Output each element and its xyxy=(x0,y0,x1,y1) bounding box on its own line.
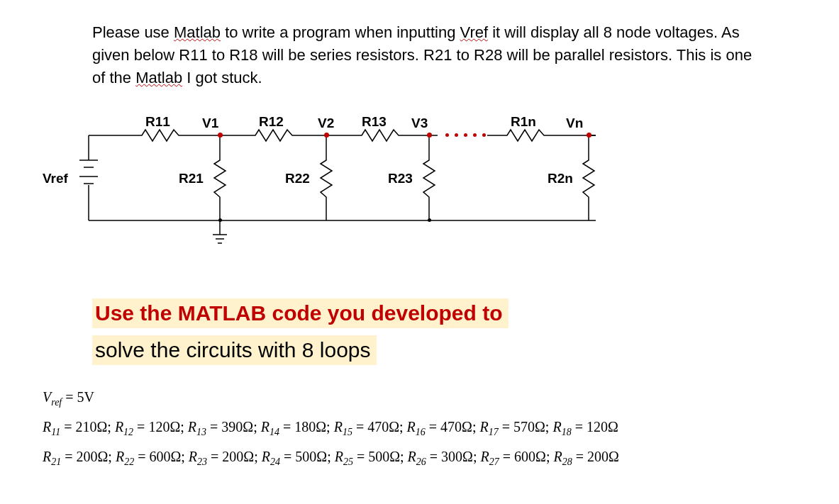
intro-text: I got stuck. xyxy=(182,69,262,86)
param-sym: R xyxy=(261,419,270,435)
param-sym: R xyxy=(188,419,196,435)
param-val: = 390Ω; xyxy=(206,419,261,435)
junction-dot-1 xyxy=(218,218,222,222)
param-sub: 27 xyxy=(489,457,499,467)
param-sym: R xyxy=(407,419,416,435)
vref-val: = 5V xyxy=(62,389,94,405)
label-r21: R21 xyxy=(179,171,204,186)
param-sub: 13 xyxy=(196,427,206,437)
param-sym: R xyxy=(334,419,343,435)
param-sub: 15 xyxy=(343,427,352,437)
param-val: = 470Ω; xyxy=(352,419,407,435)
param-val: = 300Ω; xyxy=(426,449,481,464)
param-val: = 500Ω; xyxy=(353,449,408,464)
node-dot-v1 xyxy=(218,133,223,138)
param-sym: R xyxy=(480,419,489,435)
node-dot-v2 xyxy=(324,133,329,138)
param-vref: Vref = 5V xyxy=(43,383,804,413)
label-r1n: R1n xyxy=(511,114,536,130)
circuit-diagram: Vref xyxy=(43,114,631,270)
task-line-2: solve the circuits with 8 loops xyxy=(92,335,377,365)
task-line-1: Use the MATLAB code you developed to xyxy=(92,298,509,328)
param-sub: 16 xyxy=(416,427,426,437)
param-sym: R xyxy=(552,419,561,435)
param-sub: 18 xyxy=(562,427,572,437)
junction-dot-3 xyxy=(428,218,431,222)
param-val: = 600Ω; xyxy=(134,449,189,464)
param-sym: R xyxy=(408,449,416,464)
param-sub: 24 xyxy=(270,457,280,467)
label-v3: V3 xyxy=(411,116,428,131)
node-dot-v3 xyxy=(427,133,432,138)
label-r22: R22 xyxy=(285,171,310,186)
vref-sub: ref xyxy=(51,397,62,408)
param-sym: R xyxy=(43,449,51,464)
param-sym: R xyxy=(43,419,51,435)
param-sub: 21 xyxy=(51,457,61,467)
param-sub: 12 xyxy=(123,427,133,437)
param-val: = 200Ω xyxy=(572,449,619,464)
param-sub: 25 xyxy=(343,457,353,467)
label-v2: V2 xyxy=(318,116,334,131)
parameters-block: Vref = 5V R11 = 210Ω; R12 = 120Ω; R13 = … xyxy=(43,383,804,472)
ellipsis-dot xyxy=(473,133,477,137)
wavy-matlab-2: Matlab xyxy=(135,69,182,86)
wavy-matlab-1: Matlab xyxy=(174,23,221,41)
label-r13: R13 xyxy=(362,114,387,130)
param-r1-line: R11 = 210Ω; R12 = 120Ω; R13 = 390Ω; R14 … xyxy=(43,413,804,442)
vref-sym: V xyxy=(43,389,51,405)
param-val: = 210Ω; xyxy=(60,419,115,435)
node-dot-vn xyxy=(587,133,591,138)
param-val: = 600Ω; xyxy=(499,449,554,464)
label-vn: Vn xyxy=(566,116,583,131)
circuit-svg xyxy=(43,114,631,270)
intro-paragraph: Please use Matlab to write a program whe… xyxy=(92,21,754,89)
label-v1: V1 xyxy=(202,116,218,131)
task-block: Use the MATLAB code you developed to sol… xyxy=(92,298,804,365)
label-r12: R12 xyxy=(259,114,284,130)
intro-text: to write a program when inputting xyxy=(221,23,460,41)
param-sub: 26 xyxy=(416,457,426,467)
label-r23: R23 xyxy=(388,171,413,186)
wavy-vref: Vref xyxy=(460,23,489,41)
param-sym: R xyxy=(189,449,197,464)
param-val: = 470Ω; xyxy=(426,419,480,435)
ellipsis-dot xyxy=(464,133,467,137)
ellipsis-dot xyxy=(455,133,458,137)
param-sym: R xyxy=(481,449,489,464)
param-val: = 120Ω; xyxy=(133,419,188,435)
param-sub: 14 xyxy=(270,427,279,437)
param-sym: R xyxy=(553,449,562,464)
param-sub: 11 xyxy=(51,427,60,437)
label-r11: R11 xyxy=(145,114,170,130)
param-val: = 200Ω; xyxy=(207,449,262,464)
intro-text: Please use xyxy=(92,23,174,41)
param-val: = 500Ω; xyxy=(280,449,335,464)
param-sym: R xyxy=(262,449,270,464)
param-sub: 28 xyxy=(562,457,572,467)
label-r2n: R2n xyxy=(548,171,573,186)
param-sub: 22 xyxy=(124,457,134,467)
ellipsis-dot xyxy=(482,133,486,137)
param-val: = 180Ω; xyxy=(279,419,334,435)
param-sub: 17 xyxy=(489,427,499,437)
param-sym: R xyxy=(116,449,124,464)
param-r2-line: R21 = 200Ω; R22 = 600Ω; R23 = 200Ω; R24 … xyxy=(43,442,804,472)
param-val: = 570Ω; xyxy=(499,419,553,435)
param-sym: R xyxy=(335,449,343,464)
param-sub: 23 xyxy=(197,457,207,467)
param-sym: R xyxy=(115,419,123,435)
ellipsis-dot xyxy=(445,133,449,137)
param-val: = 120Ω xyxy=(572,419,618,435)
param-val: = 200Ω; xyxy=(61,449,116,464)
